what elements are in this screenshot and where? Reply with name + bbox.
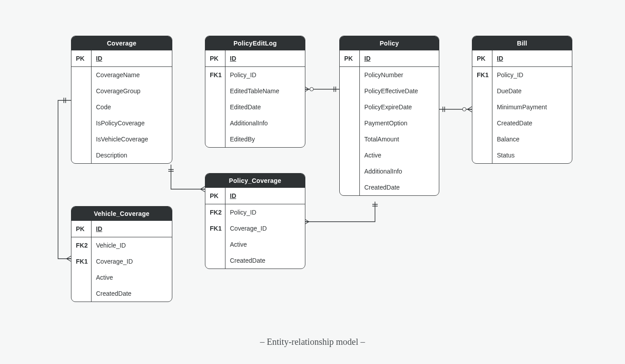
field: PaymentOption xyxy=(360,115,439,131)
entity-title: PolicyEditLog xyxy=(205,36,305,50)
field: CreatedDate xyxy=(492,115,572,131)
field: Active xyxy=(92,269,172,285)
svg-point-1 xyxy=(462,108,466,111)
field-id: ID xyxy=(492,50,572,66)
entity-coverage: Coverage PK ID CoverageName CoverageGrou… xyxy=(71,36,172,164)
field: Active xyxy=(225,236,305,252)
field: Coverage_ID xyxy=(225,220,305,236)
field: MinimumPayment xyxy=(492,99,572,115)
field: TotalAmount xyxy=(360,131,439,147)
field: Active xyxy=(360,147,439,163)
field: AdditionalInfo xyxy=(360,163,439,179)
diagram-caption: – Entity-relationship model – xyxy=(0,337,625,347)
field-id: ID xyxy=(92,221,172,237)
field: Code xyxy=(92,99,172,115)
field: Policy_ID xyxy=(225,204,305,220)
field: EditedDate xyxy=(225,99,305,115)
field: Balance xyxy=(492,131,572,147)
entity-title: Policy_Coverage xyxy=(205,174,305,188)
field: Coverage_ID xyxy=(92,253,172,269)
field: CreatedDate xyxy=(225,252,305,269)
er-diagram-canvas: Coverage PK ID CoverageName CoverageGrou… xyxy=(0,0,625,364)
key-pk: PK xyxy=(340,50,359,66)
key-fk2: FK2 xyxy=(205,204,225,220)
entity-vehicle-coverage: Vehicle_Coverage PK FK2 FK1 ID Vehicle_I… xyxy=(71,206,172,302)
key-pk: PK xyxy=(71,50,91,66)
field: EditedTableName xyxy=(225,83,305,99)
svg-point-0 xyxy=(310,87,313,91)
entity-policyeditlog: PolicyEditLog PK FK1 ID Policy_ID Edited… xyxy=(205,36,305,148)
key-fk1: FK1 xyxy=(205,67,225,83)
field: CoverageName xyxy=(92,67,172,83)
entity-bill: Bill PK FK1 ID Policy_ID DueDate Minimum… xyxy=(472,36,572,164)
key-pk: PK xyxy=(205,188,225,204)
field-id: ID xyxy=(360,50,439,66)
field-id: ID xyxy=(92,50,172,66)
field: IsPolicyCoverage xyxy=(92,115,172,131)
field: CreatedDate xyxy=(92,285,172,302)
entity-policy: Policy PK ID PolicyNumber PolicyEffectiv… xyxy=(339,36,439,196)
field: Status xyxy=(492,147,572,163)
key-fk1: FK1 xyxy=(205,220,225,236)
field: PolicyEffectiveDate xyxy=(360,83,439,99)
field: AdditionalInfo xyxy=(225,115,305,131)
entity-policy-coverage: Policy_Coverage PK FK2 FK1 ID Policy_ID … xyxy=(205,173,305,269)
entity-title: Policy xyxy=(340,36,439,50)
field: EditedBy xyxy=(225,131,305,147)
field: Vehicle_ID xyxy=(92,237,172,253)
field: PolicyNumber xyxy=(360,67,439,83)
field: CoverageGroup xyxy=(92,83,172,99)
entity-title: Vehicle_Coverage xyxy=(71,207,172,221)
key-fk1: FK1 xyxy=(71,253,91,269)
field-id: ID xyxy=(225,50,305,66)
field: Policy_ID xyxy=(225,67,305,83)
field: DueDate xyxy=(492,83,572,99)
key-pk: PK xyxy=(205,50,225,66)
field: PolicyExpireDate xyxy=(360,99,439,115)
entity-title: Bill xyxy=(472,36,572,50)
key-fk2: FK2 xyxy=(71,237,91,253)
field: Policy_ID xyxy=(492,67,572,83)
field: Description xyxy=(92,147,172,163)
entity-title: Coverage xyxy=(71,36,172,50)
field-id: ID xyxy=(225,188,305,204)
key-fk1: FK1 xyxy=(472,67,492,83)
field: CreatedDate xyxy=(360,179,439,195)
key-pk: PK xyxy=(71,221,91,237)
key-pk: PK xyxy=(472,50,492,66)
field: IsVehicleCoverage xyxy=(92,131,172,147)
